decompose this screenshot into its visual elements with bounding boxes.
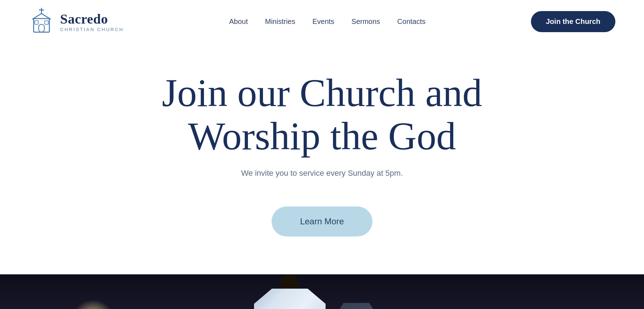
person-figure xyxy=(254,289,326,309)
person-figure-2 xyxy=(335,303,378,309)
nav-events[interactable]: Events xyxy=(312,18,334,26)
main-nav: About Ministries Events Sermons Contacts xyxy=(229,18,425,26)
church-icon xyxy=(29,7,54,36)
person2-shirt xyxy=(335,303,378,309)
logo-text-group: Sacredo CHRISTIAN CHURCH xyxy=(60,11,124,32)
nav-contacts[interactable]: Contacts xyxy=(397,18,425,26)
hero-subtitle: We invite you to service every Sunday at… xyxy=(241,169,403,178)
logo-subtitle: CHRISTIAN CHURCH xyxy=(60,27,124,32)
learn-more-button[interactable]: Learn More xyxy=(272,206,373,236)
learn-more-area: Learn More xyxy=(14,199,630,274)
nav-about[interactable]: About xyxy=(229,18,248,26)
logo-area: Sacredo CHRISTIAN CHURCH xyxy=(29,7,124,36)
hero-title: Join our Church and Worship the God xyxy=(162,71,482,158)
nav-sermons[interactable]: Sermons xyxy=(351,18,380,26)
hero-title-line1: Join our Church and xyxy=(162,71,482,115)
svg-rect-3 xyxy=(39,24,44,32)
svg-rect-4 xyxy=(35,21,38,24)
bottom-image-section xyxy=(0,274,644,309)
person-shirt xyxy=(254,289,326,309)
nav-ministries[interactable]: Ministries xyxy=(265,18,295,26)
svg-rect-5 xyxy=(45,21,48,24)
header: Sacredo CHRISTIAN CHURCH About Ministrie… xyxy=(0,0,644,43)
hero-section: Join our Church and Worship the God We i… xyxy=(0,43,644,274)
logo-name: Sacredo xyxy=(60,11,124,27)
join-church-button[interactable]: Join the Church xyxy=(531,11,615,32)
hero-title-line2: Worship the God xyxy=(188,114,456,158)
